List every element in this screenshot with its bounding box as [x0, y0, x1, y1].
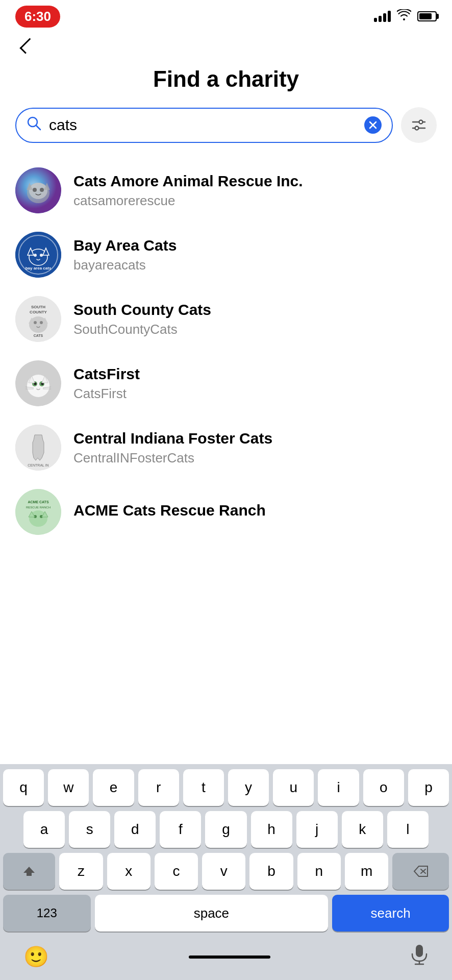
svg-text:CATS: CATS [34, 334, 43, 337]
avatar [15, 167, 61, 213]
filter-button[interactable] [401, 107, 437, 143]
key-v[interactable]: v [202, 853, 245, 890]
results-list: Cats Amore Animal Rescue Inc. catsamorer… [0, 153, 452, 545]
back-button[interactable] [15, 35, 36, 57]
svg-text:SOUTH: SOUTH [31, 305, 45, 309]
result-handle: catsamorerescue [73, 193, 437, 209]
key-m[interactable]: m [345, 853, 388, 890]
search-input[interactable] [49, 116, 357, 134]
status-bar: 6:30 [0, 0, 452, 31]
result-name: ACME Cats Rescue Ranch [73, 502, 437, 519]
key-o[interactable]: o [363, 769, 404, 806]
keyboard-row-3: z x c v b n m [3, 853, 449, 890]
key-c[interactable]: c [155, 853, 198, 890]
result-text: Bay Area Cats bayareacats [73, 237, 437, 273]
result-name: Cats Amore Animal Rescue Inc. [73, 173, 437, 190]
list-item[interactable]: SOUTH COUNTY CATS South County Cats Sout… [0, 287, 452, 351]
result-handle: CatsFirst [73, 386, 437, 402]
keyboard-row-2: a s d f g h j k l [3, 811, 449, 848]
avatar: ACME CATS RESCUE RANCH [15, 489, 61, 535]
avatar: CENTRAL IN [15, 425, 61, 471]
key-b[interactable]: b [249, 853, 293, 890]
svg-text:COUNTY: COUNTY [30, 310, 47, 314]
keyboard-bottom-bar: 🙂 [3, 937, 449, 980]
list-item[interactable]: CENTRAL IN Central Indiana Foster Cats C… [0, 415, 452, 480]
key-q[interactable]: q [3, 769, 44, 806]
avatar: SOUTH COUNTY CATS [15, 296, 61, 342]
svg-text:RESCUE RANCH: RESCUE RANCH [26, 506, 51, 509]
key-w[interactable]: w [48, 769, 89, 806]
key-i[interactable]: i [318, 769, 359, 806]
key-k[interactable]: k [342, 811, 383, 848]
avatar [15, 360, 61, 406]
key-h[interactable]: h [251, 811, 292, 848]
svg-point-7 [415, 127, 419, 130]
svg-line-1 [36, 126, 40, 130]
key-t[interactable]: t [183, 769, 224, 806]
svg-text:CENTRAL IN: CENTRAL IN [28, 463, 48, 467]
result-handle: bayareacats [73, 257, 437, 273]
emoji-key[interactable]: 🙂 [23, 945, 49, 969]
key-n[interactable]: n [297, 853, 341, 890]
key-x[interactable]: x [107, 853, 150, 890]
svg-point-12 [40, 188, 44, 192]
nav-bar [0, 31, 452, 61]
key-e[interactable]: e [93, 769, 134, 806]
result-text: South County Cats SouthCountyCats [73, 301, 437, 337]
key-s[interactable]: s [69, 811, 110, 848]
key-d[interactable]: d [114, 811, 156, 848]
numbers-key[interactable]: 123 [3, 895, 91, 932]
result-text: ACME Cats Rescue Ranch [73, 502, 437, 522]
key-l[interactable]: l [387, 811, 429, 848]
search-input-wrapper[interactable] [15, 108, 393, 143]
result-name: CatsFirst [73, 365, 437, 383]
page-title: Find a charity [0, 61, 452, 107]
avatar: bay area cats [15, 232, 61, 278]
svg-point-30 [40, 321, 43, 324]
list-item[interactable]: CatsFirst CatsFirst [0, 351, 452, 415]
key-u[interactable]: u [273, 769, 314, 806]
keyboard-row-4: 123 space search [3, 895, 449, 932]
battery-icon [417, 11, 437, 21]
key-g[interactable]: g [205, 811, 246, 848]
filter-icon [411, 117, 427, 133]
svg-point-11 [33, 188, 37, 192]
status-icons [374, 9, 437, 23]
mic-key[interactable] [410, 944, 429, 970]
svg-point-10 [29, 183, 47, 199]
back-chevron-icon [19, 38, 35, 54]
result-text: CatsFirst CatsFirst [73, 365, 437, 402]
search-key[interactable]: search [332, 895, 449, 932]
result-name: South County Cats [73, 301, 437, 318]
result-text: Central Indiana Foster Cats CentralINFos… [73, 430, 437, 466]
svg-point-19 [40, 254, 43, 257]
key-y[interactable]: y [228, 769, 269, 806]
key-f[interactable]: f [160, 811, 201, 848]
svg-text:ACME CATS: ACME CATS [28, 500, 48, 504]
key-a[interactable]: a [23, 811, 65, 848]
svg-point-15 [15, 232, 61, 278]
svg-point-6 [419, 120, 423, 124]
key-z[interactable]: z [59, 853, 103, 890]
space-key[interactable]: space [95, 895, 329, 932]
key-r[interactable]: r [138, 769, 179, 806]
result-name: Bay Area Cats [73, 237, 437, 254]
result-handle: CentralINFosterCats [73, 450, 437, 466]
key-p[interactable]: p [408, 769, 449, 806]
result-text: Cats Amore Animal Rescue Inc. catsamorer… [73, 173, 437, 209]
search-icon [27, 116, 42, 135]
list-item[interactable]: bay area cats Bay Area Cats bayareacats [0, 223, 452, 287]
delete-key[interactable] [392, 853, 449, 890]
svg-point-29 [34, 321, 37, 324]
svg-point-18 [34, 254, 37, 257]
signal-icon [374, 11, 391, 22]
result-handle: SouthCountyCats [73, 322, 437, 337]
list-item[interactable]: ACME CATS RESCUE RANCH ACME Cats Rescue … [0, 480, 452, 540]
clear-search-button[interactable] [364, 116, 382, 134]
shift-key[interactable] [3, 853, 55, 890]
home-indicator [189, 955, 270, 959]
list-item[interactable]: Cats Amore Animal Rescue Inc. catsamorer… [0, 158, 452, 223]
svg-text:bay area cats: bay area cats [26, 266, 52, 271]
key-j[interactable]: j [296, 811, 338, 848]
search-area [0, 107, 452, 143]
